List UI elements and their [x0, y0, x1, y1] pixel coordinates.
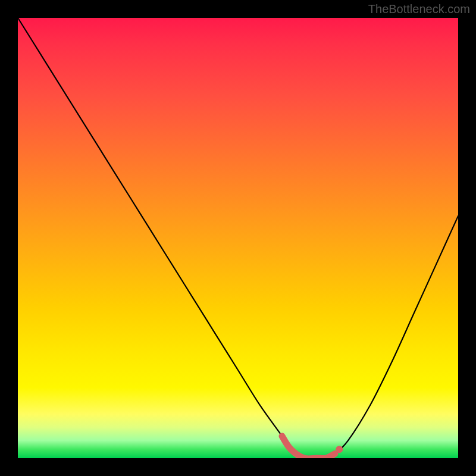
watermark-text: TheBottleneck.com — [368, 2, 470, 16]
highlight-end-dot — [336, 446, 343, 453]
chart-svg — [18, 18, 458, 458]
chart-plot-area — [18, 18, 458, 458]
bottleneck-curve-line — [18, 18, 458, 458]
bottleneck-highlight-segment — [282, 436, 335, 458]
